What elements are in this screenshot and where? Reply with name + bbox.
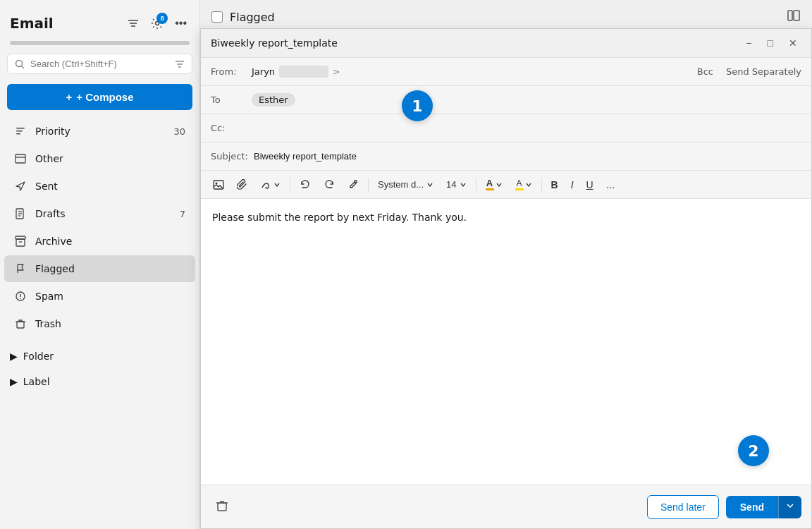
app-title: Email: [10, 15, 118, 32]
drafts-label: Drafts: [35, 208, 171, 219]
send-button[interactable]: Send: [726, 496, 778, 518]
flagged-icon: [14, 262, 27, 275]
svg-point-29: [216, 182, 218, 184]
notification-badge: 8: [156, 13, 168, 24]
send-later-button[interactable]: Send later: [647, 495, 719, 519]
send-separately-link[interactable]: Send Separately: [726, 66, 801, 77]
to-label: To: [211, 95, 246, 105]
to-input[interactable]: [300, 95, 801, 105]
sidebar-item-priority[interactable]: Priority 30: [4, 118, 195, 145]
email-body-text: Please submit the report by next Friday.…: [212, 212, 467, 223]
close-button[interactable]: ✕: [785, 36, 801, 50]
settings-icon-btn[interactable]: 8: [148, 14, 166, 32]
sidebar-header: Email 8 •••: [0, 8, 199, 38]
underline-btn[interactable]: U: [582, 176, 598, 194]
subject-input[interactable]: [254, 151, 801, 162]
to-row[interactable]: To Esther: [201, 86, 811, 114]
send-dropdown-arrow: [786, 501, 794, 510]
paperclip-icon: [237, 179, 248, 190]
svg-rect-30: [355, 181, 357, 183]
step-1-indicator: 1: [402, 90, 433, 121]
filter-icon-btn[interactable]: [124, 14, 142, 32]
format-painter-btn[interactable]: [343, 176, 364, 194]
svg-rect-19: [16, 239, 25, 246]
search-icon: [15, 59, 25, 69]
bold-btn[interactable]: B: [546, 176, 563, 194]
subject-row[interactable]: Subject:: [201, 142, 811, 171]
select-all-checkbox[interactable]: [211, 11, 223, 23]
italic-btn[interactable]: I: [566, 176, 579, 194]
email-body-editor[interactable]: Please submit the report by next Friday.…: [201, 199, 811, 485]
subject-label: Subject:: [211, 151, 248, 162]
sidebar-section-label[interactable]: ▶ Label: [0, 369, 199, 394]
toolbar-divider-4: [541, 178, 542, 192]
chevron-down-icon: [273, 181, 281, 188]
page-title: Flagged: [230, 11, 780, 24]
from-row: From: Jaryn > Bcc Send Separately: [201, 58, 811, 86]
spam-label: Spam: [35, 291, 185, 302]
priority-label: Priority: [35, 126, 165, 137]
sidebar-section-folder[interactable]: ▶ Folder: [0, 343, 199, 369]
split-view-icon[interactable]: [787, 8, 801, 25]
bcc-link[interactable]: Bcc: [697, 66, 713, 77]
undo-btn[interactable]: [295, 176, 316, 194]
compose-body: From: Jaryn > Bcc Send Separately To Est…: [201, 58, 811, 528]
compose-titlebar: Biweekly report_template − □ ✕: [201, 29, 811, 58]
from-content: Jaryn >: [252, 66, 691, 78]
font-size-dropdown[interactable]: 14: [441, 176, 471, 193]
from-email-hidden: [279, 66, 328, 78]
text-color-btn[interactable]: A: [481, 175, 508, 194]
svg-rect-24: [17, 322, 24, 328]
cc-label: Cc:: [211, 123, 246, 133]
more-dots-icon: •••: [175, 17, 187, 30]
discard-button[interactable]: [211, 494, 233, 520]
send-options-dropdown[interactable]: [778, 496, 801, 518]
from-label: From:: [211, 66, 246, 77]
sidebar-item-spam[interactable]: Spam: [4, 283, 195, 310]
sidebar-item-trash[interactable]: Trash: [4, 310, 195, 337]
formatting-toolbar: System d... 14 A: [201, 171, 811, 199]
sidebar-item-archive[interactable]: Archive: [4, 228, 195, 255]
sidebar-item-other[interactable]: Other: [4, 145, 195, 172]
svg-rect-31: [218, 503, 226, 511]
font-size-label: 14: [446, 179, 456, 190]
compose-plus-icon: +: [66, 91, 72, 103]
svg-line-5: [22, 66, 25, 68]
priority-icon: [14, 125, 27, 138]
format-painter-icon: [347, 179, 359, 190]
search-box[interactable]: [7, 54, 192, 74]
folder-section-label: Folder: [23, 351, 54, 362]
search-input[interactable]: [30, 59, 169, 69]
scrollbar[interactable]: [10, 41, 190, 45]
sidebar-item-sent[interactable]: Sent: [4, 173, 195, 200]
cc-row[interactable]: Cc:: [201, 114, 811, 142]
minimize-button[interactable]: −: [742, 36, 756, 50]
compose-button[interactable]: + + Compose: [7, 84, 192, 110]
from-name: Jaryn: [252, 66, 275, 77]
folder-chevron-icon: ▶: [10, 351, 18, 362]
spam-icon: [14, 290, 27, 303]
to-content: Esther: [252, 93, 801, 107]
font-size-arrow: [460, 181, 467, 188]
cc-input[interactable]: [252, 123, 801, 133]
more-formatting-btn[interactable]: ...: [601, 175, 620, 194]
sidebar-item-drafts[interactable]: Drafts 7: [4, 200, 195, 227]
redo-btn[interactable]: [319, 176, 340, 194]
svg-rect-11: [16, 133, 20, 135]
highlight-color-btn[interactable]: A: [510, 176, 537, 194]
draw-btn[interactable]: [256, 176, 285, 194]
attach-file-btn[interactable]: [232, 176, 253, 194]
sidebar-item-flagged[interactable]: Flagged: [4, 255, 195, 282]
highlight-icon: A: [515, 179, 524, 190]
maximize-button[interactable]: □: [763, 36, 777, 50]
font-family-dropdown[interactable]: System d...: [373, 176, 438, 193]
more-options-btn[interactable]: •••: [172, 14, 190, 32]
trash-icon: [14, 317, 27, 330]
sent-label: Sent: [35, 181, 185, 192]
recipient-name: Esther: [259, 95, 288, 105]
insert-image-btn[interactable]: [208, 176, 229, 194]
compose-footer: 2 Send later Send: [201, 485, 811, 528]
recipient-chip-esther[interactable]: Esther: [252, 93, 295, 107]
nav-list: Priority 30 Other Sent Drafts 7: [0, 117, 199, 338]
svg-point-4: [16, 60, 23, 66]
